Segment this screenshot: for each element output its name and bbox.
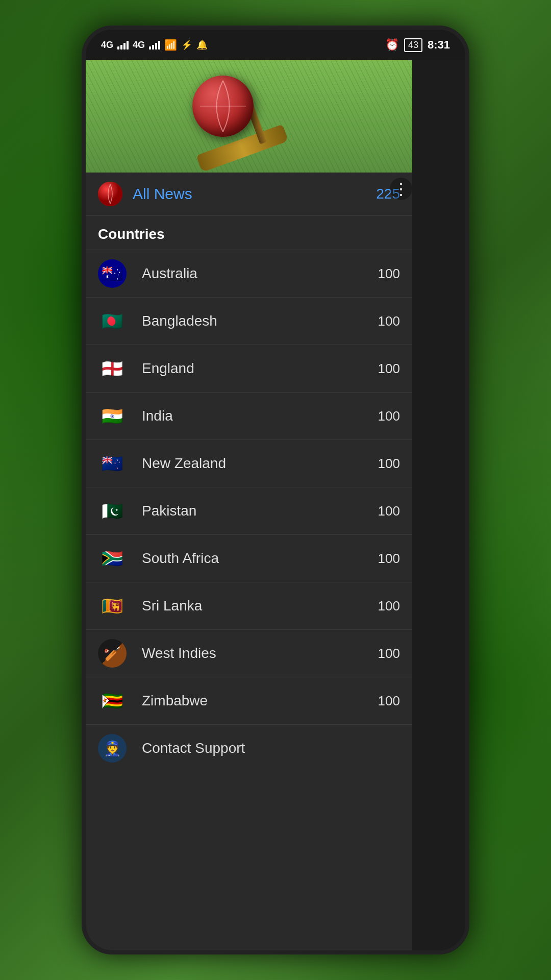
flag-australia: 🇦🇺 bbox=[98, 259, 127, 288]
phone-frame: 4G 4G 📶 ⚡ 🔔 ⏰ 43 8:31 bbox=[82, 26, 469, 954]
signal-bars-1 bbox=[117, 40, 129, 50]
flag-sri-lanka: 🇱🇰 bbox=[98, 592, 127, 620]
battery-indicator: 43 bbox=[404, 38, 422, 52]
country-item-zimbabwe[interactable]: 🇿🇼 Zimbabwe 100 bbox=[86, 677, 412, 724]
country-count-south-africa: 100 bbox=[378, 551, 400, 567]
country-item-west-indies[interactable]: 🏏 West Indies 100 bbox=[86, 629, 412, 677]
main-content: ians min. ago sport min. ago hmirsh In m… bbox=[86, 60, 465, 950]
contact-support-label: Contact Support bbox=[142, 740, 245, 756]
country-name-sri-lanka: Sri Lanka bbox=[142, 598, 378, 614]
country-list: 🇦🇺 Australia 100 🇧🇩 Bangladesh 100 bbox=[86, 250, 412, 772]
country-name-australia: Australia bbox=[142, 265, 378, 282]
signal-bars-2 bbox=[149, 40, 160, 50]
all-news-label: All News bbox=[133, 185, 376, 203]
country-name-new-zealand: New Zealand bbox=[142, 455, 378, 472]
flag-south-africa: 🇿🇦 bbox=[98, 544, 127, 573]
side-drawer: ⋮ bbox=[86, 60, 412, 950]
alarm-icon: 🔔 bbox=[196, 39, 208, 51]
status-left: 4G 4G 📶 ⚡ 🔔 bbox=[101, 39, 208, 51]
flag-pakistan: 🇵🇰 bbox=[98, 497, 127, 525]
flag-west-indies: 🏏 bbox=[98, 639, 127, 668]
usb-icon: ⚡ bbox=[181, 39, 192, 51]
country-item-south-africa[interactable]: 🇿🇦 South Africa 100 bbox=[86, 534, 412, 582]
country-count-england: 100 bbox=[378, 361, 400, 377]
support-icon: 👮 bbox=[98, 734, 127, 763]
country-item-india[interactable]: 🇮🇳 India 100 bbox=[86, 392, 412, 439]
more-options-button[interactable]: ⋮ bbox=[390, 178, 412, 200]
country-name-pakistan: Pakistan bbox=[142, 503, 378, 519]
countries-header: Countries bbox=[86, 216, 412, 250]
cricket-field-bg bbox=[86, 60, 412, 173]
country-name-india: India bbox=[142, 408, 378, 424]
country-count-australia: 100 bbox=[378, 266, 400, 282]
signal-4g-1: 4G bbox=[101, 40, 113, 51]
country-name-zimbabwe: Zimbabwe bbox=[142, 693, 378, 709]
country-count-india: 100 bbox=[378, 408, 400, 424]
country-name-south-africa: South Africa bbox=[142, 550, 378, 567]
more-dots-icon: ⋮ bbox=[393, 179, 409, 199]
country-count-pakistan: 100 bbox=[378, 503, 400, 519]
countries-section: Countries 🇦🇺 Australia 100 bbox=[86, 216, 412, 772]
support-emoji: 👮 bbox=[104, 740, 121, 757]
all-news-row[interactable]: All News 225 bbox=[86, 173, 412, 216]
flag-zimbabwe: 🇿🇼 bbox=[98, 687, 127, 715]
country-count-bangladesh: 100 bbox=[378, 313, 400, 329]
country-name-bangladesh: Bangladesh bbox=[142, 313, 378, 329]
country-item-pakistan[interactable]: 🇵🇰 Pakistan 100 bbox=[86, 487, 412, 534]
cricket-ball bbox=[192, 76, 254, 137]
alarm-clock-icon: ⏰ bbox=[385, 38, 399, 52]
country-item-sri-lanka[interactable]: 🇱🇰 Sri Lanka 100 bbox=[86, 582, 412, 629]
contact-support-item[interactable]: 👮 Contact Support bbox=[86, 724, 412, 772]
signal-4g-2: 4G bbox=[133, 40, 145, 51]
wifi-icon: 📶 bbox=[164, 39, 177, 51]
time-display: 8:31 bbox=[428, 38, 450, 52]
status-bar: 4G 4G 📶 ⚡ 🔔 ⏰ 43 8:31 bbox=[86, 30, 465, 60]
country-count-west-indies: 100 bbox=[378, 646, 400, 662]
country-item-australia[interactable]: 🇦🇺 Australia 100 bbox=[86, 250, 412, 297]
country-count-new-zealand: 100 bbox=[378, 456, 400, 472]
country-item-bangladesh[interactable]: 🇧🇩 Bangladesh 100 bbox=[86, 297, 412, 345]
status-right: ⏰ 43 8:31 bbox=[385, 38, 450, 52]
all-news-ball-icon bbox=[98, 182, 122, 206]
country-item-england[interactable]: 🏴󠁧󠁢󠁥󠁮󠁧󠁿 England 100 bbox=[86, 345, 412, 392]
country-count-sri-lanka: 100 bbox=[378, 598, 400, 614]
svg-point-4 bbox=[98, 182, 122, 206]
flag-bangladesh: 🇧🇩 bbox=[98, 307, 127, 335]
country-item-new-zealand[interactable]: 🇳🇿 New Zealand 100 bbox=[86, 439, 412, 487]
cricket-header-image bbox=[86, 60, 412, 173]
country-count-zimbabwe: 100 bbox=[378, 693, 400, 709]
flag-india: 🇮🇳 bbox=[98, 402, 127, 430]
flag-new-zealand: 🇳🇿 bbox=[98, 449, 127, 478]
country-name-west-indies: West Indies bbox=[142, 645, 378, 662]
flag-england: 🏴󠁧󠁢󠁥󠁮󠁧󠁿 bbox=[98, 354, 127, 383]
country-name-england: England bbox=[142, 360, 378, 377]
